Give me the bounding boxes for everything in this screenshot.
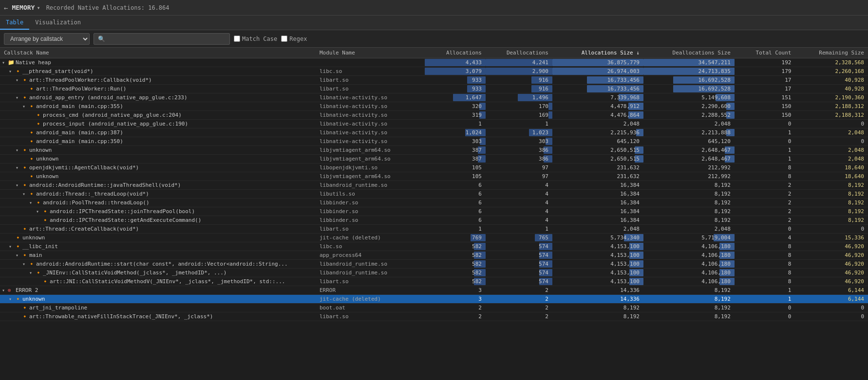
cell-total: 0	[735, 225, 795, 234]
main-table: Callstack Name Module Name Allocations D…	[0, 48, 868, 321]
cell-name: ▶ 🔸android::IPCThreadState::getAndExecut…	[0, 216, 316, 225]
cell-remaining: 2,188,312	[795, 111, 868, 120]
cell-name: ▾ 🔸android::AndroidRuntime::start(char c…	[0, 260, 316, 269]
table-row[interactable]: ▾ 🔸android_app_entry (android_native_app…	[0, 93, 868, 102]
cell-total: 0	[735, 312, 795, 321]
cell-alloc-size: 2,650,515	[552, 146, 643, 155]
cell-module: jit-cache (deleted)	[316, 295, 425, 304]
cell-dealloc-size: 34,547,211	[643, 58, 735, 67]
cell-dealloc-size: 5,149,608	[643, 93, 735, 102]
tab-table[interactable]: Table	[0, 17, 29, 30]
regex-label[interactable]: Regex	[281, 36, 307, 42]
cell-name: ▾ 🔸openjdkjvmti::AgentCallback(void*)	[0, 163, 316, 172]
cell-dealloc-size: 2,648,467	[643, 146, 735, 155]
col-header-alloc-size[interactable]: Allocations Size ↓	[552, 48, 643, 58]
cell-module: libnative-activity.so	[316, 111, 425, 120]
cell-alloc: 4,433	[425, 58, 486, 67]
cell-alloc: 582	[425, 277, 486, 286]
col-header-dealloc-size[interactable]: Deallocations Size	[643, 48, 735, 58]
col-header-alloc[interactable]: Allocations	[425, 48, 486, 58]
cell-name: ▾ 🔸android::AndroidRuntime::javaThreadSh…	[0, 181, 316, 190]
table-row[interactable]: ▾ 🔸unknown jit-cache (deleted) 3 2 14,33…	[0, 295, 868, 304]
cell-name: ▶ 🔸art_jni_trampoline	[0, 304, 316, 312]
table-row[interactable]: ▾ 🔸__libc_init libc.so 582 574 4,153,100…	[0, 242, 868, 251]
tab-visualization[interactable]: Visualization	[29, 17, 87, 30]
cell-dealloc: 574	[486, 242, 552, 251]
cell-module: libbinder.so	[316, 216, 425, 225]
cell-dealloc-size: 2,048	[643, 225, 735, 234]
cell-module: libjvmtiagent_arm64.so	[316, 146, 425, 155]
table-row[interactable]: ▶ 🔸process_cmd (android_native_app_glue.…	[0, 111, 868, 120]
memory-dropdown[interactable]: ▾	[37, 4, 40, 11]
cell-alloc: 2	[425, 312, 486, 321]
cell-module: libart.so	[316, 277, 425, 286]
cell-name: ▾ 📁Native heap	[0, 58, 316, 67]
arrange-select[interactable]: Arrange by callstack Arrange by allocati…	[4, 33, 90, 45]
table-row[interactable]: ▶ 🔸process_input (android_native_app_glu…	[0, 120, 868, 128]
table-row[interactable]: ▶ 🔸android_main (main.cpp:387) libnative…	[0, 128, 868, 137]
table-row[interactable]: ▶ 🔸android::IPCThreadState::getAndExecut…	[0, 216, 868, 225]
search-input[interactable]	[94, 33, 230, 45]
cell-dealloc: 4	[486, 181, 552, 190]
cell-dealloc-size: 645,120	[643, 137, 735, 146]
cell-name: ▾ 🔸__libc_init	[0, 242, 316, 251]
cell-dealloc: 574	[486, 251, 552, 260]
cell-remaining: 18,640	[795, 172, 868, 181]
cell-alloc: 6	[425, 216, 486, 225]
cell-remaining: 2,260,168	[795, 67, 868, 76]
cell-module: ERROR	[316, 286, 425, 295]
cell-alloc: 387	[425, 146, 486, 155]
cell-alloc: 769	[425, 234, 486, 242]
table-row[interactable]: ▶ 🔸art::JNI::CallStaticVoidMethodV(_JNIE…	[0, 277, 868, 286]
regex-checkbox[interactable]	[281, 36, 287, 42]
cell-name: ▶ 🔸android_main (main.cpp:350)	[0, 137, 316, 146]
cell-module: jit-cache (deleted)	[316, 234, 425, 242]
cell-dealloc-size: 8,192	[643, 216, 735, 225]
table-row[interactable]: ▾ 🔸openjdkjvmti::AgentCallback(void*) li…	[0, 163, 868, 172]
table-row[interactable]: ▾ 🔸unknown libjvmtiagent_arm64.so 387 38…	[0, 146, 868, 155]
cell-module: libc.so	[316, 67, 425, 76]
table-row[interactable]: ▶ 🔸unknown jit-cache (deleted) 769 765 5…	[0, 234, 868, 242]
table-row[interactable]: ▾ 🔸android_main (main.cpp:355) libnative…	[0, 102, 868, 111]
table-row[interactable]: ▾ 🔸_JNIEnv::CallStaticVoidMethod(_jclass…	[0, 269, 868, 277]
table-row[interactable]: ▾ 🔸art::ThreadPoolWorker::Callback(void*…	[0, 76, 868, 85]
match-case-checkbox[interactable]	[234, 36, 240, 42]
table-row[interactable]: ▾ 📁Native heap 4,433 4,241 36,875,779 34…	[0, 58, 868, 67]
table-row[interactable]: ▶ 🔸unknown libjvmtiagent_arm64.so 105 97…	[0, 172, 868, 181]
table-row[interactable]: ▾ 🔸android::IPCThreadState::joinThreadPo…	[0, 207, 868, 216]
table-row[interactable]: ▾ 🔸__pthread_start(void*) libc.so 3,079 …	[0, 67, 868, 76]
col-header-dealloc[interactable]: Deallocations	[486, 48, 552, 58]
cell-dealloc-size: 8,192	[643, 181, 735, 190]
table-row[interactable]: ▶ 🔸art::ThreadPoolWorker::Run() libart.s…	[0, 85, 868, 93]
table-row[interactable]: ▶ 🔸art_jni_trampoline boot.oat 2 2 8,192…	[0, 304, 868, 312]
table-row[interactable]: ▾ 🔸android::Thread::_threadLoop(void*) l…	[0, 190, 868, 199]
cell-total: 17	[735, 85, 795, 93]
table-row[interactable]: ▶ 🔸unknown libjvmtiagent_arm64.so 387 38…	[0, 155, 868, 163]
table-row[interactable]: ▾ 🔸android::PoolThread::threadLoop() lib…	[0, 199, 868, 207]
table-row[interactable]: ▶ 🔸android_main (main.cpp:350) libnative…	[0, 137, 868, 146]
cell-total: 2	[735, 207, 795, 216]
col-header-total[interactable]: Total Count	[735, 48, 795, 58]
match-case-label[interactable]: Match Case	[234, 36, 277, 42]
cell-remaining: 8,192	[795, 181, 868, 190]
cell-remaining: 0	[795, 225, 868, 234]
table-row[interactable]: ▾ 🔸android::AndroidRuntime::javaThreadSh…	[0, 181, 868, 190]
col-header-name[interactable]: Callstack Name	[0, 48, 316, 58]
cell-alloc: 105	[425, 163, 486, 172]
table-row[interactable]: ▶ 🔸art::Thread::CreateCallback(void*) li…	[0, 225, 868, 234]
table-row[interactable]: ▶ 🔸art::Throwable_nativeFillInStackTrace…	[0, 312, 868, 321]
cell-dealloc: 2	[486, 295, 552, 304]
cell-module: libart.so	[316, 312, 425, 321]
table-row[interactable]: ▾ ⊗ERROR 2 ERROR 3 2 14,336 8,192 1 6,14…	[0, 286, 868, 295]
back-button[interactable]: ←	[4, 4, 8, 12]
cell-alloc: 6	[425, 199, 486, 207]
table-row[interactable]: ▾ 🔸android::AndroidRuntime::start(char c…	[0, 260, 868, 269]
cell-total: 1	[735, 128, 795, 137]
cell-alloc-size: 36,875,779	[552, 58, 643, 67]
col-header-remaining[interactable]: Remaining Size	[795, 48, 868, 58]
col-header-module[interactable]: Module Name	[316, 48, 425, 58]
table-container[interactable]: Callstack Name Module Name Allocations D…	[0, 48, 868, 380]
table-row[interactable]: ▾ 🔸main app_process64 582 574 4,153,100 …	[0, 251, 868, 260]
cell-alloc-size: 16,384	[552, 207, 643, 216]
cell-total: 150	[735, 102, 795, 111]
